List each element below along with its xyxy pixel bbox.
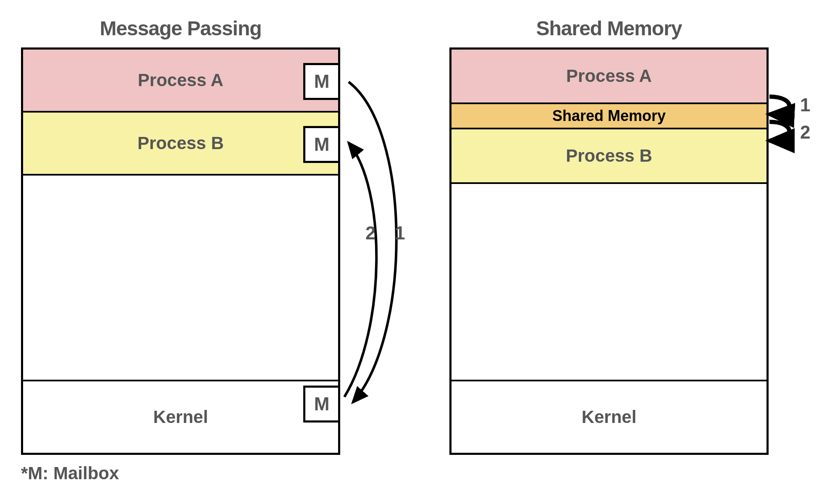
process-a-segment-right: Process A xyxy=(452,50,766,104)
mailbox-b: M xyxy=(303,126,340,163)
shared-memory-column: Shared Memory Process A Shared Memory Pr… xyxy=(449,17,769,483)
process-a-label-right: Process A xyxy=(566,66,652,86)
mailbox-footnote: *M: Mailbox xyxy=(21,463,119,483)
arrow-2-label-left: 2 xyxy=(365,223,375,244)
process-b-segment-right: Process B xyxy=(452,129,766,184)
arrow-1-right xyxy=(769,97,789,114)
process-b-label: Process B xyxy=(137,133,223,153)
mailbox-kernel: M xyxy=(303,386,340,423)
arrow-2-label-right: 2 xyxy=(800,122,810,143)
kernel-label: Kernel xyxy=(153,407,208,427)
kernel-segment-right: Kernel xyxy=(452,381,766,453)
arrow-1-label-right: 1 xyxy=(800,94,810,116)
shared-memory-segment: Shared Memory xyxy=(452,104,766,129)
empty-space xyxy=(23,176,338,381)
kernel-label-right: Kernel xyxy=(582,407,637,427)
kernel-segment: Kernel xyxy=(23,381,338,453)
process-a-segment: Process A xyxy=(23,50,338,113)
message-passing-column: Message Passing Process A Process B Kern… xyxy=(21,17,340,483)
message-passing-title: Message Passing xyxy=(100,17,261,40)
process-b-label-right: Process B xyxy=(566,146,652,166)
empty-space-right xyxy=(452,184,766,381)
message-passing-box: Process A Process B Kernel M M M xyxy=(21,47,340,455)
arrow-2-right xyxy=(769,122,789,141)
mailbox-a: M xyxy=(303,63,340,100)
process-b-segment: Process B xyxy=(23,113,338,176)
shared-memory-title: Shared Memory xyxy=(536,17,682,40)
shared-memory-box: Process A Shared Memory Process B Kernel xyxy=(449,47,769,455)
process-a-label: Process A xyxy=(138,70,223,90)
shared-memory-label: Shared Memory xyxy=(552,107,666,125)
arrow-1-label-left: 1 xyxy=(395,223,405,244)
